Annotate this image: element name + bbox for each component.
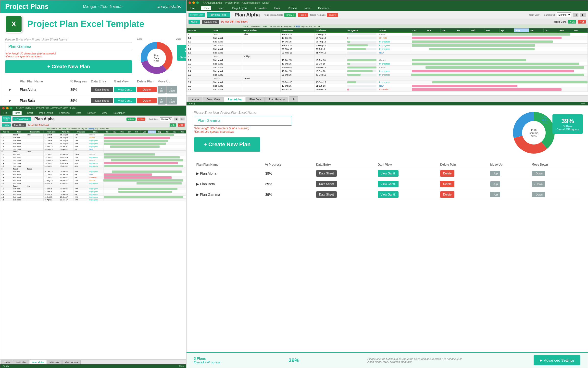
br-advanced-settings-btn[interactable]: ► Advanced Settings [534, 355, 580, 365]
bl-toggle-gantt-off[interactable]: ● Off [178, 123, 185, 127]
bl-scroll-right[interactable]: ► [180, 118, 185, 120]
up-button[interactable]: - Up [158, 86, 166, 93]
toggle-on[interactable]: ● On [568, 20, 576, 24]
delete-button[interactable]: Delete [137, 87, 157, 92]
bl-close-btn[interactable] [2, 107, 5, 109]
bl-home[interactable]: Home [13, 111, 22, 115]
br-data-sheet-btn[interactable]: Data Sheet [316, 191, 337, 198]
ribbon-view[interactable]: View [303, 6, 312, 10]
table-row: 1.4Sub task425-Nov-1526-Jul-16In progres… [187, 47, 588, 51]
bl-sheet-plan-gamma[interactable]: Plan Gamma [62, 360, 81, 364]
svg-text:Plan: Plan [542, 116, 547, 118]
view-gantt-button[interactable]: View Gantt. [114, 87, 136, 92]
ribbon-review[interactable]: Review [286, 6, 298, 10]
sheet-tab-plan-beta[interactable]: Plan Beta [246, 97, 265, 102]
bl-page-layout[interactable]: Page Layout [38, 111, 54, 115]
br-gantt-btn[interactable]: View Gantt. [378, 191, 399, 198]
bl-review[interactable]: Review [86, 111, 97, 115]
scroll-right-btn[interactable]: ► [580, 13, 586, 17]
bl-company-logo: CompanyLogo [2, 116, 11, 122]
bl-sheet-plan-beta[interactable]: Plan Beta [47, 360, 62, 364]
br-data-sheet-btn[interactable]: Data Sheet [316, 181, 337, 187]
data-sheet-button[interactable]: Data Sheet [91, 98, 113, 103]
bl-max-btn[interactable] [10, 107, 13, 109]
bl-toggle-gantt-on[interactable]: ● On [170, 123, 176, 127]
bl-toggle-on[interactable]: ● Show [126, 118, 136, 121]
bl-sheet-plan-alpha[interactable]: Plan Alpha [30, 360, 46, 364]
close-btn[interactable] [188, 1, 191, 4]
sheet-tab-gantt[interactable]: Gantt View [203, 97, 224, 102]
bl-view[interactable]: View [101, 111, 109, 115]
bl-formulas[interactable]: Formulas [58, 111, 71, 115]
br-data-sheet-btn[interactable]: Data Sheet [316, 170, 337, 177]
bl-sheet-gantt[interactable]: Gantt View [13, 360, 29, 364]
br-down-btn[interactable]: - Down [532, 171, 545, 176]
toggle2-btn[interactable]: Show ● [327, 13, 338, 17]
br-table-row: ▶ Plan Gamma 39% Data Sheet View Gantt. … [194, 189, 580, 200]
down-button[interactable]: - Down [166, 86, 177, 93]
sheet-tab-home[interactable]: Home [188, 97, 202, 102]
ribbon-data[interactable]: Data [273, 6, 281, 10]
bl-view-select[interactable]: Months [160, 117, 172, 121]
ribbon-page-layout[interactable]: Page Layout [231, 6, 249, 10]
br-form-section: Please Enter New Project Plan Sheet Name… [194, 111, 500, 157]
tl-hero: X Project Plan Excel Template [0, 13, 186, 35]
ribbon-insert[interactable]: Insert [216, 6, 226, 10]
toggle-off[interactable]: ● Off [578, 20, 586, 24]
sheet-tab-plan-gamma[interactable]: Plan Gamma [265, 97, 288, 102]
data-sheet-tab[interactable]: Data Sheet [202, 20, 219, 24]
br-up-btn[interactable]: - Up [490, 171, 500, 176]
create-new-plan-button[interactable]: + Create New Plan [5, 60, 132, 73]
project-title-button[interactable]: ◄Project Title► [207, 12, 230, 18]
toggle1-on[interactable]: Show ● [284, 13, 296, 17]
bl-min-btn[interactable] [6, 107, 9, 109]
br-down-btn[interactable]: - Down [532, 192, 545, 197]
ribbon-formulas[interactable]: Formulas [254, 6, 268, 10]
br-delete-btn[interactable]: Delete [440, 181, 455, 187]
scroll-left-btn[interactable]: ◄ [573, 13, 578, 17]
br-delete-btn[interactable]: Delete [440, 170, 455, 177]
up-button[interactable]: - Up [158, 97, 166, 105]
br-up-btn[interactable]: - Up [490, 192, 500, 197]
bl-developer[interactable]: Developer [112, 111, 126, 115]
br-down-btn[interactable]: - Down [532, 181, 545, 187]
bl-data-sheet-btn[interactable]: Data Sheet [12, 123, 26, 127]
br-donut-section: Plan Gamma, 39% Plan Alpha, 39% Plan Bet… [507, 111, 580, 156]
home-tab[interactable]: Home [188, 20, 200, 24]
table-row: 1.1Sub task114-Oct-1516-Aug-16On hold [187, 36, 588, 40]
bl-home-btn[interactable]: Home [2, 123, 11, 127]
br-th-progress: % Progress [263, 161, 313, 168]
bl-toggle-off[interactable]: ● Hide [137, 118, 145, 121]
bl-sheet-home[interactable]: Home [1, 360, 13, 364]
bl-insert[interactable]: Insert [25, 111, 34, 115]
data-sheet-button[interactable]: Data Sheet [91, 87, 113, 92]
view-months-select[interactable]: Months Weeks Days [557, 13, 571, 17]
bl-file[interactable]: File [2, 111, 9, 115]
view-gantt-button[interactable]: View Gantt. [114, 98, 136, 103]
sheet-tab-plus[interactable]: ⊕ [289, 96, 298, 102]
ribbon-developer[interactable]: Developer [317, 6, 332, 10]
ribbon-home[interactable]: Home [201, 6, 211, 10]
br-th-move-down: Move Down [529, 161, 580, 168]
tr-sheet-tabs: Home Gantt View Plan Alpha Plan Beta Pla… [187, 95, 588, 102]
delete-button[interactable]: Delete [137, 98, 157, 103]
br-gantt-btn[interactable]: View Gantt. [378, 170, 399, 177]
tl-donut-chart: 33% 20% Plan Beta, 32% 39% 3 Plans Overa… [137, 38, 181, 76]
bl-data[interactable]: Data [75, 111, 82, 115]
bl-project-title-btn[interactable]: ◄Project Title► [13, 117, 31, 121]
br-up-btn[interactable]: - Up [490, 181, 500, 187]
sheet-tab-plan-alpha[interactable]: Plan Alpha [224, 97, 245, 102]
bl-table-row: 2Task 2Phillips [0, 150, 186, 153]
plan-name-input[interactable] [5, 42, 132, 51]
br-create-new-plan-button[interactable]: + Create New Plan [194, 137, 260, 152]
min-btn[interactable] [192, 1, 195, 4]
br-delete-btn[interactable]: Delete [440, 191, 455, 198]
bl-scroll-left[interactable]: ◄ [174, 118, 178, 120]
br-plan-name-input[interactable] [194, 116, 292, 126]
down-button[interactable]: - Down [166, 97, 177, 105]
br-gantt-btn[interactable]: View Gantt. [378, 181, 399, 187]
max-btn[interactable] [196, 1, 199, 4]
ribbon-file[interactable]: File [189, 6, 196, 10]
toggle1-off[interactable]: Hide ● [298, 13, 308, 17]
tl-left-panel: Please Enter New Project Plan Sheet Name… [5, 38, 132, 75]
